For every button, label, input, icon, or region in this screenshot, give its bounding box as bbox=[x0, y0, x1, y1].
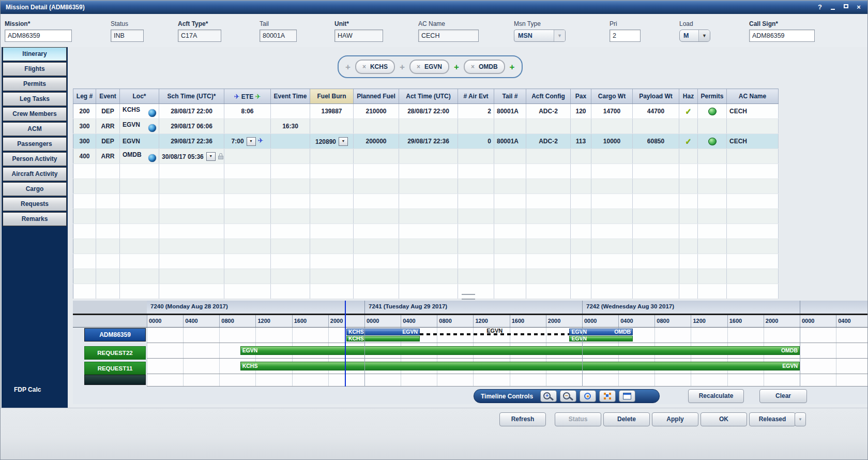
evt-cell[interactable]: 16:30 bbox=[271, 119, 310, 134]
sidebar-item-person-activity[interactable]: Person Activity bbox=[3, 152, 67, 166]
ete-dropdown-button[interactable]: ▼ bbox=[247, 137, 256, 146]
acname-cell[interactable]: CECH bbox=[727, 104, 779, 119]
sidebar-item-acm[interactable]: ACM bbox=[3, 122, 67, 136]
fuel-burn-dropdown-button[interactable]: ▼ bbox=[339, 137, 348, 146]
payload-cell[interactable] bbox=[633, 149, 679, 164]
pax-cell[interactable]: 120 bbox=[571, 104, 591, 119]
evt-cell[interactable] bbox=[271, 104, 310, 119]
ete-cell[interactable] bbox=[224, 149, 271, 164]
sidebar-item-remarks[interactable]: Remarks bbox=[3, 212, 67, 226]
haz-cell[interactable]: ✓ bbox=[679, 134, 698, 149]
route-stop-egvn[interactable]: ×EGVN bbox=[409, 60, 449, 74]
leg-cell[interactable]: 300 bbox=[73, 119, 96, 134]
sch-cell[interactable]: 28/08/17 22:00 bbox=[159, 104, 224, 119]
refresh-button[interactable]: Refresh bbox=[499, 412, 546, 426]
splitter[interactable] bbox=[68, 292, 868, 300]
fuel-cell[interactable]: 139887 bbox=[310, 104, 354, 119]
zoom-in-button[interactable]: + bbox=[540, 390, 557, 402]
zoom-out-button[interactable]: − bbox=[560, 390, 576, 402]
permits-cell[interactable] bbox=[698, 104, 727, 119]
unit-input[interactable]: HAW bbox=[334, 29, 383, 42]
ground-bar-egvn[interactable]: EGVN bbox=[569, 336, 633, 342]
minimize-icon[interactable] bbox=[828, 3, 837, 12]
loc-cell[interactable]: EGVN bbox=[120, 134, 159, 149]
globe-icon[interactable] bbox=[148, 124, 156, 132]
flight-bar-egvn-omdb[interactable]: EGVNOMDB bbox=[569, 329, 633, 335]
pfuel-cell[interactable]: 200000 bbox=[354, 134, 399, 149]
pfuel-cell[interactable] bbox=[354, 149, 399, 164]
sch-cell[interactable]: 29/08/17 22:36 bbox=[159, 134, 224, 149]
released-button[interactable]: Released bbox=[749, 412, 796, 426]
permits-cell[interactable] bbox=[698, 134, 727, 149]
airevt-cell[interactable]: 0 bbox=[458, 134, 494, 149]
cargo-cell[interactable]: 14700 bbox=[591, 104, 633, 119]
leg-row-300-arr[interactable]: 300ARREGVN29/08/17 06:0616:30 bbox=[73, 119, 779, 134]
sidebar-item-itinerary[interactable]: Itinerary bbox=[3, 47, 67, 61]
pri-input[interactable]: 2 bbox=[610, 29, 641, 42]
sch-cell[interactable]: 29/08/17 06:06 bbox=[159, 119, 224, 134]
permits-cell[interactable] bbox=[698, 119, 727, 134]
clear-button[interactable]: Clear bbox=[759, 389, 807, 403]
call-sign-input[interactable]: ADM86359 bbox=[749, 29, 815, 42]
remove-stop-icon[interactable]: × bbox=[362, 63, 366, 70]
haz-cell[interactable] bbox=[679, 149, 698, 164]
acname-cell[interactable]: CECH bbox=[727, 134, 779, 149]
fuel-cell[interactable]: 120890▼ bbox=[310, 134, 354, 149]
act-cell[interactable]: 29/08/17 22:36 bbox=[399, 134, 458, 149]
event-cell[interactable]: ARR bbox=[96, 149, 120, 164]
event-cell[interactable]: DEP bbox=[96, 134, 120, 149]
act-cell[interactable]: 28/08/17 22:00 bbox=[399, 104, 458, 119]
cargo-cell[interactable]: 10000 bbox=[591, 134, 633, 149]
status-input[interactable]: INB bbox=[111, 29, 144, 42]
leg-cell[interactable]: 400 bbox=[73, 149, 96, 164]
pax-cell[interactable]: 113 bbox=[571, 134, 591, 149]
evt-cell[interactable] bbox=[271, 134, 310, 149]
globe-icon[interactable] bbox=[148, 109, 156, 117]
timeline-row-label[interactable]: REQUEST11 bbox=[84, 362, 146, 375]
sch-time-dropdown-button[interactable]: ▼ bbox=[206, 152, 216, 161]
airevt-cell[interactable]: 2 bbox=[458, 104, 494, 119]
permits-cell[interactable] bbox=[698, 149, 727, 164]
sidebar-item-permits[interactable]: Permits bbox=[3, 77, 67, 91]
fuel-cell[interactable] bbox=[310, 149, 354, 164]
payload-cell[interactable]: 60850 bbox=[633, 134, 679, 149]
act-cell[interactable] bbox=[399, 149, 458, 164]
cargo-cell[interactable] bbox=[591, 119, 633, 134]
loc-cell[interactable]: KCHS bbox=[120, 104, 159, 119]
cargo-cell[interactable] bbox=[591, 149, 633, 164]
pfuel-cell[interactable] bbox=[354, 119, 399, 134]
remove-stop-icon[interactable]: × bbox=[471, 63, 475, 70]
leg-row-400-arr[interactable]: 400ARROMDB30/08/17 05:36▼ bbox=[73, 149, 779, 164]
recalculate-button[interactable]: Recalculate bbox=[688, 389, 744, 403]
tail-cell[interactable]: 80001A bbox=[494, 134, 526, 149]
airevt-cell[interactable] bbox=[458, 119, 494, 134]
insert-stop-icon[interactable]: + bbox=[345, 63, 351, 71]
pax-cell[interactable] bbox=[571, 119, 591, 134]
sidebar-item-crew-members[interactable]: Crew Members bbox=[3, 107, 67, 121]
remove-stop-icon[interactable]: × bbox=[417, 63, 420, 70]
leg-row-300-dep[interactable]: 300DEPEGVN29/08/17 22:367:00▼✈120890▼200… bbox=[73, 134, 779, 149]
ground-bar-kchs[interactable]: KCHS bbox=[346, 336, 420, 342]
sidebar-item-leg-tasks[interactable]: Leg Tasks bbox=[3, 92, 67, 106]
ete-cell[interactable]: 7:00▼✈ bbox=[224, 134, 271, 149]
acft-type-input[interactable]: C17A bbox=[178, 29, 221, 42]
delete-button[interactable]: Delete bbox=[603, 412, 650, 426]
load-select[interactable]: M▼ bbox=[679, 29, 710, 42]
close-icon[interactable]: × bbox=[854, 3, 863, 12]
event-cell[interactable]: DEP bbox=[96, 104, 120, 119]
tail-cell[interactable]: 80001A bbox=[494, 104, 526, 119]
cfg-cell[interactable] bbox=[526, 119, 571, 134]
loc-cell[interactable]: EGVN bbox=[120, 119, 159, 134]
payload-cell[interactable] bbox=[633, 119, 679, 134]
haz-cell[interactable] bbox=[679, 119, 698, 134]
timeline-row-label[interactable]: ADM86359 bbox=[84, 328, 146, 342]
released-dropdown-button[interactable]: ▼ bbox=[795, 412, 806, 426]
sidebar-item-cargo[interactable]: Cargo bbox=[3, 182, 67, 196]
request-bar-kchs-egvn[interactable]: KCHSEGVN bbox=[240, 362, 800, 370]
sidebar-item-passengers[interactable]: Passengers bbox=[3, 137, 67, 151]
msn-type-select[interactable]: MSN▼ bbox=[514, 29, 566, 42]
help-icon[interactable]: ? bbox=[815, 3, 825, 12]
ac-name-input[interactable]: CECH bbox=[418, 29, 479, 42]
target-button[interactable] bbox=[580, 390, 596, 402]
flight-bar-kchs-egvn[interactable]: KCHSEGVN bbox=[346, 329, 420, 335]
